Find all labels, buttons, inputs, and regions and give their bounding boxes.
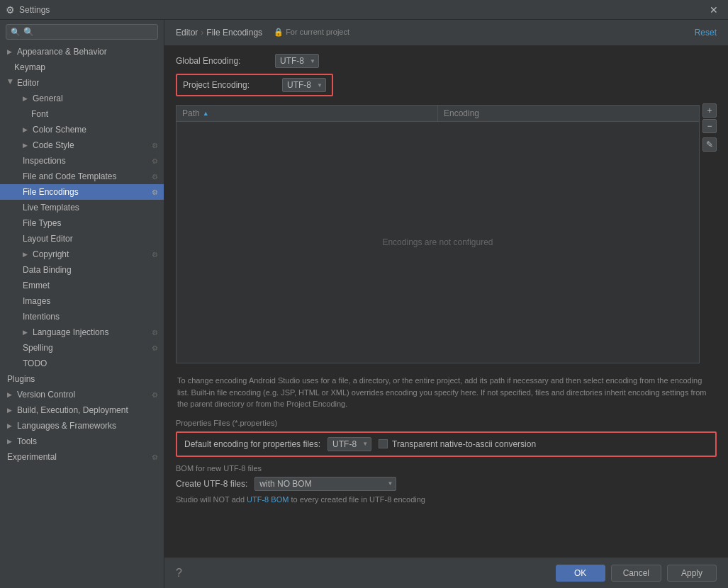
settings-icon: ⚙ bbox=[152, 344, 158, 352]
table-body: Encodings are not configured bbox=[177, 122, 699, 363]
sidebar-item-build-execution[interactable]: ▶ Build, Execution, Deployment bbox=[0, 402, 164, 418]
close-button[interactable]: ✕ bbox=[705, 3, 722, 17]
sidebar-item-appearance[interactable]: ▶ Appearance & Behavior bbox=[0, 44, 164, 60]
ok-button[interactable]: OK bbox=[556, 565, 605, 582]
sidebar-item-file-code-templates[interactable]: File and Code Templates ⚙ bbox=[0, 169, 164, 184]
sidebar-item-label: Code Style bbox=[33, 140, 74, 150]
sidebar-item-file-types[interactable]: File Types bbox=[0, 215, 164, 231]
sidebar-item-inspections[interactable]: Inspections ⚙ bbox=[0, 153, 164, 169]
breadcrumb-separator: › bbox=[201, 28, 203, 38]
sidebar-item-languages-frameworks[interactable]: ▶ Languages & Frameworks bbox=[0, 418, 164, 434]
sidebar-item-label: Editor bbox=[17, 78, 39, 88]
sidebar-item-label: File Types bbox=[23, 218, 61, 228]
sidebar-item-language-injections[interactable]: ▶ Language Injections ⚙ bbox=[0, 324, 164, 340]
sidebar-item-todo[interactable]: TODO bbox=[0, 356, 164, 371]
cancel-button[interactable]: Cancel bbox=[611, 565, 661, 582]
sidebar-item-label: Images bbox=[23, 296, 50, 306]
global-encoding-select-wrapper[interactable]: UTF-8 bbox=[275, 54, 319, 68]
sidebar-item-color-scheme[interactable]: ▶ Color Scheme bbox=[0, 122, 164, 137]
sidebar-item-label: Plugins bbox=[7, 374, 35, 384]
project-encoding-label: Project Encoding: bbox=[183, 80, 275, 90]
sidebar-item-editor[interactable]: ▶ Editor bbox=[0, 75, 164, 91]
add-button[interactable]: + bbox=[702, 103, 717, 118]
global-encoding-select[interactable]: UTF-8 bbox=[275, 54, 319, 68]
bom-row: Create UTF-8 files: with NO BOM with BOM… bbox=[176, 477, 717, 491]
settings-icon: ⚙ bbox=[152, 453, 158, 461]
sidebar-item-data-binding[interactable]: Data Binding bbox=[0, 262, 164, 278]
settings-icon: ⚙ bbox=[152, 173, 158, 181]
sidebar-item-file-encodings[interactable]: File Encodings ⚙ bbox=[0, 184, 164, 200]
bom-create-label: Create UTF-8 files: bbox=[176, 479, 247, 489]
project-encoding-select-wrapper[interactable]: UTF-8 bbox=[282, 78, 326, 92]
footer-buttons: OK Cancel Apply bbox=[556, 565, 717, 582]
sidebar-item-version-control[interactable]: ▶ Version Control ⚙ bbox=[0, 387, 164, 402]
sidebar-item-experimental[interactable]: Experimental ⚙ bbox=[0, 449, 164, 465]
description-text: To change encoding Android Studio uses f… bbox=[177, 376, 707, 408]
for-project-label: 🔒 For current project bbox=[274, 28, 349, 37]
transparent-conversion-row: Transparent native-to-ascii conversion bbox=[379, 439, 536, 449]
lock-icon: 🔒 bbox=[274, 28, 284, 36]
bom-note-suffix: to every created file in UTF-8 encoding bbox=[289, 495, 425, 504]
apply-button[interactable]: Apply bbox=[667, 565, 717, 582]
sidebar-item-label: File and Code Templates bbox=[23, 171, 117, 181]
settings-icon: ⚙ bbox=[152, 329, 158, 337]
sidebar-item-copyright[interactable]: ▶ Copyright ⚙ bbox=[0, 247, 164, 262]
settings-icon: ⚙ bbox=[152, 157, 158, 165]
sidebar-item-label: Tools bbox=[17, 436, 37, 446]
arrow-icon: ▶ bbox=[23, 329, 30, 336]
sidebar-item-tools[interactable]: ▶ Tools bbox=[0, 434, 164, 449]
encoding-column-header: Encoding bbox=[438, 106, 699, 121]
transparent-conversion-label: Transparent native-to-ascii conversion bbox=[392, 439, 536, 449]
search-icon: 🔍 bbox=[11, 28, 21, 37]
table-header: Path ▲ Encoding bbox=[177, 106, 699, 122]
sidebar-item-label: Live Templates bbox=[23, 203, 79, 213]
sidebar-item-label: Inspections bbox=[23, 156, 66, 166]
edit-button[interactable]: ✎ bbox=[702, 137, 717, 152]
settings-icon: ⚙ bbox=[152, 251, 158, 259]
sidebar-item-label: Spelling bbox=[23, 343, 53, 353]
title-bar: ⚙ Settings ✕ bbox=[0, 0, 728, 20]
arrow-icon: ▶ bbox=[23, 251, 30, 258]
sidebar-item-intentions[interactable]: Intentions bbox=[0, 309, 164, 324]
sidebar-item-spelling[interactable]: Spelling ⚙ bbox=[0, 340, 164, 356]
remove-button[interactable]: − bbox=[702, 119, 717, 133]
search-box[interactable]: 🔍 bbox=[6, 24, 158, 40]
footer: ? OK Cancel Apply bbox=[164, 557, 728, 588]
settings-icon: ⚙ bbox=[152, 188, 158, 196]
sidebar-item-label: Intentions bbox=[23, 312, 60, 322]
transparent-conversion-checkbox[interactable] bbox=[379, 439, 388, 448]
props-encoding-select[interactable]: UTF-8 bbox=[327, 437, 371, 451]
sidebar-item-layout-editor[interactable]: Layout Editor bbox=[0, 231, 164, 247]
sidebar-item-plugins[interactable]: Plugins bbox=[0, 371, 164, 387]
project-encoding-select[interactable]: UTF-8 bbox=[282, 78, 326, 92]
arrow-icon: ▶ bbox=[23, 126, 30, 133]
sidebar-item-emmet[interactable]: Emmet bbox=[0, 278, 164, 293]
sidebar-item-font[interactable]: Font bbox=[0, 106, 164, 122]
sidebar-item-label: Language Injections bbox=[33, 327, 108, 337]
search-input[interactable] bbox=[23, 27, 153, 37]
sidebar-item-code-style[interactable]: ▶ Code Style ⚙ bbox=[0, 137, 164, 153]
bom-select-wrapper[interactable]: with NO BOM with BOM with BOM if necessa… bbox=[254, 477, 396, 491]
sidebar-item-label: General bbox=[33, 94, 63, 103]
sidebar-item-label: Version Control bbox=[17, 390, 75, 400]
sidebar-item-label: Copyright bbox=[33, 249, 69, 259]
breadcrumb: Editor › File Encodings 🔒 For current pr… bbox=[176, 28, 349, 38]
reset-link[interactable]: Reset bbox=[695, 28, 717, 38]
help-button[interactable]: ? bbox=[176, 567, 182, 579]
arrow-icon: ▶ bbox=[7, 79, 14, 86]
sidebar-item-live-templates[interactable]: Live Templates bbox=[0, 200, 164, 215]
bom-select[interactable]: with NO BOM with BOM with BOM if necessa… bbox=[254, 477, 396, 491]
props-encoding-select-wrapper[interactable]: UTF-8 bbox=[327, 437, 371, 451]
sidebar-item-keymap[interactable]: Keymap bbox=[0, 60, 164, 75]
arrow-icon: ▶ bbox=[7, 422, 14, 429]
bom-note-link: UTF-8 BOM bbox=[247, 495, 289, 504]
properties-section-title: Properties Files (*.properties) bbox=[176, 419, 717, 427]
sidebar-item-images[interactable]: Images bbox=[0, 293, 164, 309]
bom-note-prefix: Studio will NOT add bbox=[176, 495, 247, 504]
settings-icon: ⚙ bbox=[152, 142, 158, 149]
sort-arrow-icon: ▲ bbox=[203, 110, 209, 117]
properties-encoding-box: Default encoding for properties files: U… bbox=[176, 431, 717, 457]
arrow-icon: ▶ bbox=[7, 438, 14, 445]
encoding-table-layout: Path ▲ Encoding Encodings are not config… bbox=[176, 102, 717, 369]
sidebar-item-general[interactable]: ▶ General bbox=[0, 91, 164, 106]
